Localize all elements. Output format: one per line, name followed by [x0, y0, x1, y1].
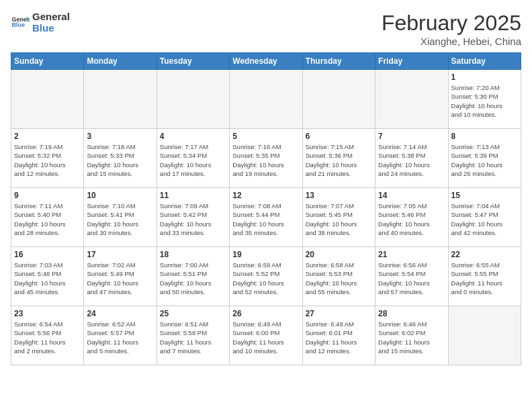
logo-general: General	[32, 11, 70, 22]
calendar-cell: 1Sunrise: 7:20 AM Sunset: 5:30 PM Daylig…	[448, 70, 521, 129]
day-number: 24	[87, 309, 153, 318]
calendar-cell: 7Sunrise: 7:14 AM Sunset: 5:38 PM Daylig…	[375, 129, 448, 188]
day-info: Sunrise: 7:03 AM Sunset: 5:48 PM Dayligh…	[14, 261, 81, 296]
day-number: 10	[87, 191, 153, 200]
weekday-header-wednesday: Wednesday	[230, 53, 302, 70]
day-info: Sunrise: 6:58 AM Sunset: 5:53 PM Dayligh…	[306, 261, 372, 296]
day-info: Sunrise: 7:14 AM Sunset: 5:38 PM Dayligh…	[378, 142, 445, 178]
calendar-cell: 8Sunrise: 7:13 AM Sunset: 5:39 PM Daylig…	[448, 129, 521, 188]
day-number: 1	[451, 73, 518, 82]
day-number: 26	[232, 309, 299, 318]
day-info: Sunrise: 7:08 AM Sunset: 5:44 PM Dayligh…	[232, 201, 299, 237]
day-number: 28	[378, 309, 445, 318]
day-number: 12	[232, 191, 299, 200]
day-number: 18	[160, 250, 226, 259]
day-info: Sunrise: 6:59 AM Sunset: 5:52 PM Dayligh…	[232, 261, 299, 296]
calendar-cell: 24Sunrise: 6:52 AM Sunset: 5:57 PM Dayli…	[84, 306, 157, 365]
weekday-header-saturday: Saturday	[448, 53, 521, 70]
calendar-cell: 3Sunrise: 7:18 AM Sunset: 5:33 PM Daylig…	[84, 129, 157, 188]
location: Xianghe, Hebei, China	[382, 36, 521, 47]
calendar-cell	[84, 70, 157, 129]
day-info: Sunrise: 6:48 AM Sunset: 6:01 PM Dayligh…	[306, 320, 372, 355]
weekday-header-sunday: Sunday	[11, 53, 84, 70]
day-info: Sunrise: 7:07 AM Sunset: 5:45 PM Dayligh…	[306, 201, 372, 237]
day-info: Sunrise: 7:19 AM Sunset: 5:32 PM Dayligh…	[14, 142, 81, 178]
calendar-cell: 22Sunrise: 6:55 AM Sunset: 5:55 PM Dayli…	[448, 247, 521, 306]
day-info: Sunrise: 6:56 AM Sunset: 5:54 PM Dayligh…	[378, 261, 445, 296]
day-number: 2	[14, 132, 81, 141]
day-info: Sunrise: 7:13 AM Sunset: 5:39 PM Dayligh…	[451, 142, 518, 178]
calendar-cell: 15Sunrise: 7:04 AM Sunset: 5:47 PM Dayli…	[448, 188, 521, 247]
calendar-cell: 19Sunrise: 6:59 AM Sunset: 5:52 PM Dayli…	[230, 247, 302, 306]
calendar-cell: 12Sunrise: 7:08 AM Sunset: 5:44 PM Dayli…	[230, 188, 302, 247]
day-info: Sunrise: 7:10 AM Sunset: 5:41 PM Dayligh…	[87, 201, 153, 237]
calendar-cell: 27Sunrise: 6:48 AM Sunset: 6:01 PM Dayli…	[302, 306, 375, 365]
calendar-cell: 20Sunrise: 6:58 AM Sunset: 5:53 PM Dayli…	[302, 247, 375, 306]
calendar-cell: 5Sunrise: 7:16 AM Sunset: 5:35 PM Daylig…	[230, 129, 302, 188]
calendar-cell: 14Sunrise: 7:05 AM Sunset: 5:46 PM Dayli…	[375, 188, 448, 247]
day-number: 19	[232, 250, 299, 259]
week-row-4: 16Sunrise: 7:03 AM Sunset: 5:48 PM Dayli…	[11, 247, 521, 306]
day-info: Sunrise: 7:16 AM Sunset: 5:35 PM Dayligh…	[232, 142, 299, 178]
day-info: Sunrise: 7:00 AM Sunset: 5:51 PM Dayligh…	[160, 261, 226, 296]
calendar-cell: 16Sunrise: 7:03 AM Sunset: 5:48 PM Dayli…	[11, 247, 84, 306]
day-number: 21	[378, 250, 445, 259]
calendar-table: SundayMondayTuesdayWednesdayThursdayFrid…	[11, 52, 521, 365]
day-number: 5	[232, 132, 299, 141]
calendar-cell: 9Sunrise: 7:11 AM Sunset: 5:40 PM Daylig…	[11, 188, 84, 247]
day-info: Sunrise: 7:17 AM Sunset: 5:34 PM Dayligh…	[160, 142, 226, 178]
calendar-body: 1Sunrise: 7:20 AM Sunset: 5:30 PM Daylig…	[11, 70, 521, 365]
svg-text:Blue: Blue	[11, 21, 25, 28]
calendar-cell: 13Sunrise: 7:07 AM Sunset: 5:45 PM Dayli…	[302, 188, 375, 247]
day-info: Sunrise: 6:49 AM Sunset: 6:00 PM Dayligh…	[232, 320, 299, 355]
day-info: Sunrise: 6:46 AM Sunset: 6:02 PM Dayligh…	[378, 320, 445, 355]
day-info: Sunrise: 7:09 AM Sunset: 5:42 PM Dayligh…	[160, 201, 226, 237]
calendar-cell	[448, 306, 521, 365]
calendar-header: SundayMondayTuesdayWednesdayThursdayFrid…	[11, 53, 521, 70]
day-number: 15	[451, 191, 518, 200]
calendar-cell	[230, 70, 302, 129]
calendar-cell: 25Sunrise: 6:51 AM Sunset: 5:58 PM Dayli…	[157, 306, 229, 365]
weekday-header-monday: Monday	[84, 53, 157, 70]
day-info: Sunrise: 6:51 AM Sunset: 5:58 PM Dayligh…	[160, 320, 226, 355]
calendar-cell	[375, 70, 448, 129]
calendar-cell: 28Sunrise: 6:46 AM Sunset: 6:02 PM Dayli…	[375, 306, 448, 365]
calendar-cell	[11, 70, 84, 129]
calendar-cell: 10Sunrise: 7:10 AM Sunset: 5:41 PM Dayli…	[84, 188, 157, 247]
calendar-cell: 4Sunrise: 7:17 AM Sunset: 5:34 PM Daylig…	[157, 129, 229, 188]
day-info: Sunrise: 7:04 AM Sunset: 5:47 PM Dayligh…	[451, 201, 518, 237]
day-number: 17	[87, 250, 153, 259]
title-block: February 2025 Xianghe, Hebei, China	[382, 11, 521, 47]
calendar-cell	[157, 70, 229, 129]
day-number: 16	[14, 250, 81, 259]
day-number: 3	[87, 132, 153, 141]
day-number: 11	[160, 191, 226, 200]
calendar-cell: 17Sunrise: 7:02 AM Sunset: 5:49 PM Dayli…	[84, 247, 157, 306]
month-title: February 2025	[382, 11, 521, 36]
weekday-header-friday: Friday	[375, 53, 448, 70]
day-number: 22	[451, 250, 518, 259]
week-row-1: 1Sunrise: 7:20 AM Sunset: 5:30 PM Daylig…	[11, 70, 521, 129]
weekday-header-row: SundayMondayTuesdayWednesdayThursdayFrid…	[11, 53, 521, 70]
calendar-cell: 6Sunrise: 7:15 AM Sunset: 5:36 PM Daylig…	[302, 129, 375, 188]
calendar-cell	[302, 70, 375, 129]
day-info: Sunrise: 6:55 AM Sunset: 5:55 PM Dayligh…	[451, 261, 518, 296]
day-info: Sunrise: 7:11 AM Sunset: 5:40 PM Dayligh…	[14, 201, 81, 237]
day-info: Sunrise: 7:20 AM Sunset: 5:30 PM Dayligh…	[451, 83, 518, 119]
day-number: 6	[306, 132, 372, 141]
logo-icon: General Blue	[11, 13, 30, 32]
calendar-cell: 21Sunrise: 6:56 AM Sunset: 5:54 PM Dayli…	[375, 247, 448, 306]
week-row-2: 2Sunrise: 7:19 AM Sunset: 5:32 PM Daylig…	[11, 129, 521, 188]
day-number: 23	[14, 309, 81, 318]
day-number: 7	[378, 132, 445, 141]
day-info: Sunrise: 7:15 AM Sunset: 5:36 PM Dayligh…	[306, 142, 372, 178]
day-number: 13	[306, 191, 372, 200]
day-info: Sunrise: 7:18 AM Sunset: 5:33 PM Dayligh…	[87, 142, 153, 178]
calendar-cell: 23Sunrise: 6:54 AM Sunset: 5:56 PM Dayli…	[11, 306, 84, 365]
week-row-3: 9Sunrise: 7:11 AM Sunset: 5:40 PM Daylig…	[11, 188, 521, 247]
logo: General Blue General Blue	[11, 11, 70, 34]
calendar-cell: 26Sunrise: 6:49 AM Sunset: 6:00 PM Dayli…	[230, 306, 302, 365]
day-info: Sunrise: 7:05 AM Sunset: 5:46 PM Dayligh…	[378, 201, 445, 237]
day-info: Sunrise: 6:54 AM Sunset: 5:56 PM Dayligh…	[14, 320, 81, 355]
week-row-5: 23Sunrise: 6:54 AM Sunset: 5:56 PM Dayli…	[11, 306, 521, 365]
